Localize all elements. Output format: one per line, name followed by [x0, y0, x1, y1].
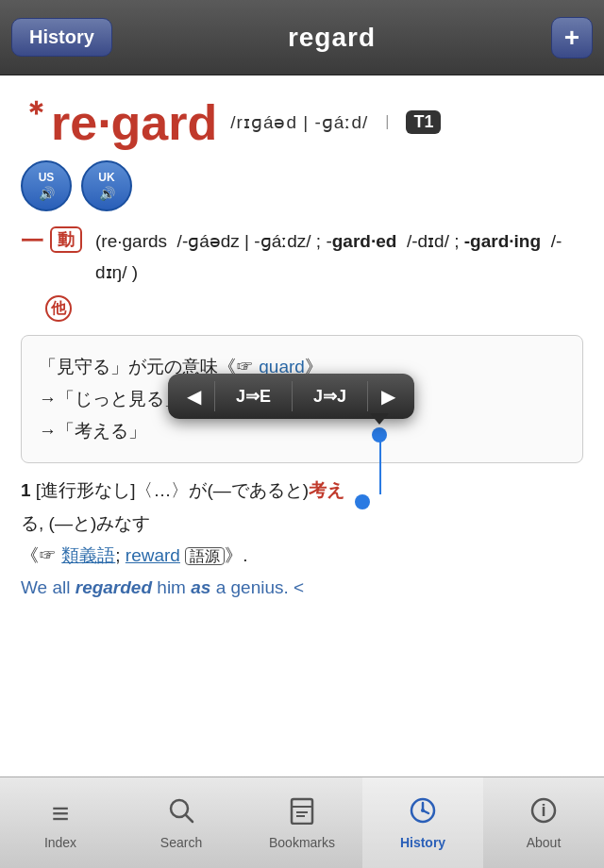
us-audio-button[interactable]: US 🔊 — [21, 160, 72, 211]
word-title: ＊re·gard — [21, 92, 217, 151]
tab-index[interactable]: ≡ Index — [0, 777, 121, 868]
definition-section: 1 [進行形なし]〈…〉が(—であると)考え る, (—と)みなす 《☞ 類義語… — [21, 475, 583, 572]
red-dash: 一 — [21, 226, 42, 257]
svg-point-9 — [421, 809, 425, 812]
tab-bookmarks-label: Bookmarks — [269, 835, 335, 850]
popup-prev-button[interactable]: ◀ — [177, 381, 210, 411]
search-icon — [167, 796, 195, 831]
example-text1: We all — [21, 577, 76, 597]
speaker-icon-us: 🔊 — [39, 186, 55, 201]
popup-je-button[interactable]: J⇒E — [219, 382, 288, 410]
gogen-badge: 語源 — [185, 547, 225, 565]
popup-jj-button[interactable]: J⇒J — [296, 382, 363, 410]
history-button[interactable]: History — [11, 18, 112, 57]
def-bold-word: 考え — [309, 480, 344, 500]
example-bold: regarded — [76, 577, 152, 597]
word-asterisk: ＊ — [21, 95, 51, 129]
tab-search-label: Search — [160, 835, 202, 850]
tab-history-label: History — [400, 835, 445, 850]
example-text3: a genius. < — [210, 577, 304, 597]
tab-bar: ≡ Index Search Bookmarks — [0, 776, 604, 868]
header: History regard + — [0, 0, 604, 75]
def-number: 1 — [21, 480, 31, 500]
tab-bookmarks[interactable]: Bookmarks — [242, 777, 362, 868]
main-content: ＊re·gard /rɪɡáəd | -ɡáːd/ | T1 US 🔊 UK 🔊… — [0, 75, 604, 764]
uk-audio-button[interactable]: UK 🔊 — [81, 160, 132, 211]
other-badge: 他 — [45, 295, 72, 322]
example-italic: as — [191, 577, 210, 597]
example-text2: him — [152, 577, 191, 597]
selection-cursor-top — [372, 427, 387, 442]
example-sentence: We all regarded him as a genius. < — [21, 577, 583, 598]
def-text-part1: [進行形なし]〈…〉が(—であると) — [36, 480, 309, 500]
reward-link[interactable]: reward — [126, 545, 180, 565]
popup-next-button[interactable]: ▶ — [372, 381, 405, 411]
pos-badge: 動 — [50, 226, 82, 253]
tab-history[interactable]: History — [362, 777, 483, 868]
word-heading: ＊re·gard /rɪɡáəd | -ɡáːd/ | T1 — [21, 92, 583, 151]
svg-line-1 — [186, 815, 193, 822]
about-icon: i — [529, 796, 558, 831]
definition-line: 一 動 (re·gards /-ɡáədz | -ɡáːdz/ ; -gard·… — [21, 226, 583, 288]
audio-row: US 🔊 UK 🔊 — [21, 160, 583, 211]
t1-badge: T1 — [406, 110, 441, 134]
history-icon — [409, 796, 437, 831]
tab-search[interactable]: Search — [121, 777, 242, 868]
uk-label: UK — [98, 171, 114, 184]
synonyms-link[interactable]: 類義語 — [61, 545, 115, 565]
phonetics: /rɪɡáəd | -ɡáːd/ — [230, 111, 368, 133]
popup-separator3 — [367, 381, 368, 411]
header-title: regard — [288, 23, 376, 53]
selection-cursor-bottom — [355, 494, 370, 509]
add-button[interactable]: + — [551, 17, 593, 58]
definition-forms: (re·gards /-ɡáədz | -ɡáːdz/ ; -gard·ed /… — [95, 226, 583, 288]
def-synonyms: 《☞ 類義語; reward 語源》. — [21, 545, 247, 565]
def-text-part2: る, (—と)みなす — [21, 513, 150, 533]
popup-caret — [370, 413, 389, 425]
tab-index-label: Index — [44, 835, 76, 850]
popup-separator2 — [292, 381, 293, 411]
us-label: US — [39, 171, 55, 184]
speaker-icon-uk: 🔊 — [99, 186, 115, 201]
bookmarks-icon — [288, 796, 316, 831]
popup-separator1 — [214, 381, 215, 411]
selection-line — [379, 435, 381, 494]
svg-text:i: i — [541, 801, 545, 820]
tab-about-label: About — [527, 835, 562, 850]
tab-about[interactable]: i About — [483, 777, 604, 868]
index-icon: ≡ — [52, 796, 70, 831]
etym-text4: →「考える」 — [39, 421, 146, 441]
popup-toolbar: ◀ J⇒E J⇒J ▶ — [168, 374, 414, 419]
